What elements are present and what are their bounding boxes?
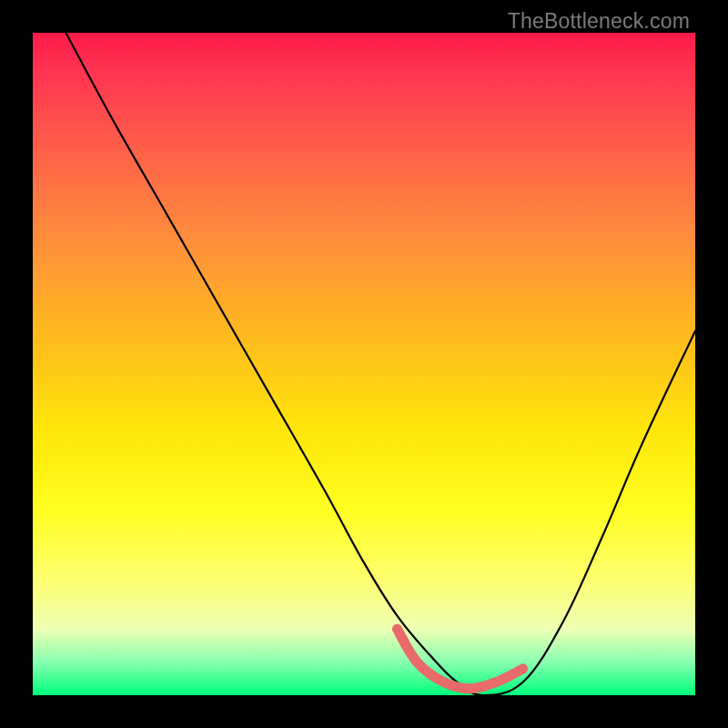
- bottleneck-chart: TheBottleneck.com: [0, 0, 728, 728]
- plot-area: [33, 33, 695, 695]
- bottleneck-curve: [66, 33, 695, 695]
- chart-svg: [33, 33, 695, 695]
- watermark-text: TheBottleneck.com: [508, 9, 690, 34]
